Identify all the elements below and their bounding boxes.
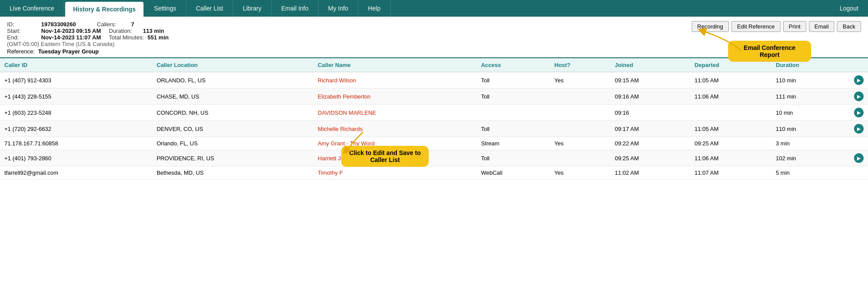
- caller-table: Caller ID Caller Location Caller Name Ac…: [0, 58, 868, 180]
- ref-label: Reference:: [7, 48, 35, 55]
- caller-list-arrow: [341, 132, 385, 154]
- play-button[interactable]: ▶: [854, 108, 864, 117]
- total-label: Total Minutes:: [109, 34, 144, 41]
- cell-caller-id: +1 (720) 292-6632: [0, 121, 152, 137]
- cell-caller-name[interactable]: Michelle Richards: [313, 121, 476, 137]
- cell-caller-name[interactable]: Elizabeth Pemberton: [313, 88, 476, 105]
- nav-item-library[interactable]: Library: [233, 0, 272, 17]
- callers-label: Callers:: [97, 21, 128, 28]
- cell-caller-location: Orlando, FL, US: [152, 137, 313, 150]
- cell-departed: 11:05 AM: [690, 121, 772, 137]
- cell-host: [550, 88, 610, 105]
- cell-play[interactable]: ▶: [850, 88, 868, 105]
- cell-play[interactable]: ▶: [850, 105, 868, 121]
- cell-play: [850, 166, 868, 180]
- col-joined: Joined: [610, 58, 690, 72]
- nav-item-live-conference[interactable]: Live Conference: [0, 0, 64, 17]
- id-value: 19783309260: [41, 21, 76, 28]
- nav-item-caller-list[interactable]: Caller List: [186, 0, 233, 17]
- cell-departed: [690, 105, 772, 121]
- cell-joined: 09:15 AM: [610, 72, 690, 88]
- cell-play[interactable]: ▶: [850, 150, 868, 166]
- end-value: Nov-14-2023 11:07 AM: [41, 34, 101, 41]
- cell-joined: 09:22 AM: [610, 137, 690, 150]
- cell-play: [850, 137, 868, 150]
- play-button[interactable]: ▶: [854, 153, 864, 163]
- col-caller-name: Caller Name: [313, 58, 476, 72]
- table-section: Caller ID Caller Location Caller Name Ac…: [0, 58, 868, 180]
- play-button[interactable]: ▶: [854, 124, 864, 134]
- play-button[interactable]: ▶: [854, 92, 864, 101]
- cell-caller-location: PROVIDENCE, RI, US: [152, 150, 313, 166]
- cell-caller-location: CONCORD, NH, US: [152, 105, 313, 121]
- email-button[interactable]: Email: [809, 21, 835, 32]
- col-caller-location: Caller Location: [152, 58, 313, 72]
- callers-value: 7: [131, 21, 134, 28]
- cell-host: Yes: [550, 72, 610, 88]
- header-section: ID: 19783309260 Callers: 7 Start: Nov-14…: [0, 17, 868, 58]
- cell-departed: 11:05 AM: [690, 72, 772, 88]
- cell-caller-id: 71.178.167.71:60858: [0, 137, 152, 150]
- cell-caller-name[interactable]: Richard Wilson: [313, 72, 476, 88]
- nav-bar: Live Conference History & Recordings Set…: [0, 0, 868, 17]
- col-caller-id: Caller ID: [0, 58, 152, 72]
- cell-caller-location: ORLANDO, FL, US: [152, 72, 313, 88]
- print-button[interactable]: Print: [783, 21, 806, 32]
- col-play: [850, 58, 868, 72]
- table-row: +1 (720) 292-6632DENVER, CO, USMichelle …: [0, 121, 868, 137]
- caller-name-link[interactable]: DAVIDSON MARLENE: [318, 109, 376, 116]
- duration-value: 113 min: [143, 28, 164, 34]
- caller-name-link[interactable]: Timothy F: [318, 169, 343, 176]
- table-row: 71.178.167.71:60858Orlando, FL, USAmy Gr…: [0, 137, 868, 150]
- cell-caller-location: Bethesda, MD, US: [152, 166, 313, 180]
- cell-access: Toll: [476, 121, 550, 137]
- cell-duration: 5 min: [771, 166, 850, 180]
- cell-duration: 3 min: [771, 137, 850, 150]
- timezone: (GMT-05:00) Eastern Time (US & Canada): [7, 41, 115, 47]
- play-button[interactable]: ▶: [854, 75, 864, 85]
- col-access: Access: [476, 58, 550, 72]
- cell-caller-id: +1 (443) 228-5155: [0, 88, 152, 105]
- cell-caller-id: +1 (407) 912-4303: [0, 72, 152, 88]
- cell-host: Yes: [550, 166, 610, 180]
- duration-label: Duration:: [109, 28, 140, 34]
- cell-play[interactable]: ▶: [850, 121, 868, 137]
- cell-access: Toll: [476, 72, 550, 88]
- cell-departed: 09:25 AM: [690, 137, 772, 150]
- nav-item-email-info[interactable]: Email Info: [272, 0, 318, 17]
- cell-caller-location: CHASE, MD, US: [152, 88, 313, 105]
- cell-caller-name[interactable]: Timothy F: [313, 166, 476, 180]
- table-row: +1 (401) 793-2860PROVIDENCE, RI, USHarri…: [0, 150, 868, 166]
- cell-play[interactable]: ▶: [850, 72, 868, 88]
- caller-name-link[interactable]: Richard Wilson: [318, 77, 356, 84]
- nav-item-settings[interactable]: Settings: [144, 0, 186, 17]
- nav-item-logout[interactable]: Logout: [830, 0, 868, 17]
- nav-item-help[interactable]: Help: [358, 0, 391, 17]
- table-row: +1 (443) 228-5155CHASE, MD, USElizabeth …: [0, 88, 868, 105]
- cell-host: [550, 121, 610, 137]
- caller-name-link[interactable]: Michelle Richards: [318, 126, 363, 132]
- cell-duration: 110 min: [771, 121, 850, 137]
- cell-caller-id: +1 (603) 223-5248: [0, 105, 152, 121]
- cell-host: [550, 105, 610, 121]
- cell-joined: 09:16 AM: [610, 88, 690, 105]
- col-duration: Duration: [771, 58, 850, 72]
- back-button[interactable]: Back: [837, 21, 861, 32]
- cell-access: Toll: [476, 88, 550, 105]
- cell-joined: 09:25 AM: [610, 150, 690, 166]
- col-departed: Departed: [690, 58, 772, 72]
- cell-caller-id: +1 (401) 793-2860: [0, 150, 152, 166]
- cell-departed: 11:06 AM: [690, 150, 772, 166]
- caller-name-link[interactable]: Harriett Jo: [318, 155, 344, 162]
- nav-item-history[interactable]: History & Recordings: [65, 2, 144, 17]
- cell-joined: 09:17 AM: [610, 121, 690, 137]
- cell-joined: 11:02 AM: [610, 166, 690, 180]
- cell-caller-name[interactable]: Amy Grant - Thy Word: [313, 137, 476, 150]
- cell-host: Yes: [550, 137, 610, 150]
- cell-caller-name[interactable]: DAVIDSON MARLENE: [313, 105, 476, 121]
- cell-caller-name[interactable]: Harriett Jo: [313, 150, 476, 166]
- end-label: End:: [7, 34, 38, 41]
- cell-duration: 10 min: [771, 105, 850, 121]
- caller-name-link[interactable]: Elizabeth Pemberton: [318, 93, 371, 100]
- nav-item-my-info[interactable]: My Info: [318, 0, 358, 17]
